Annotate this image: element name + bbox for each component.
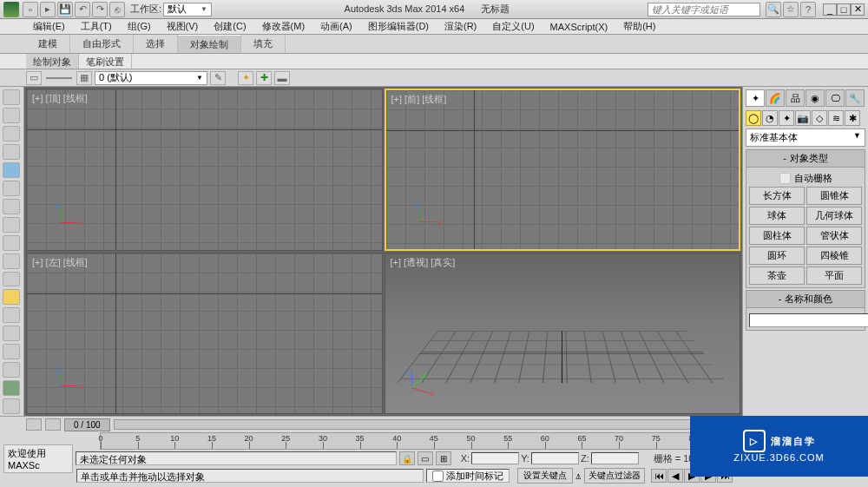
create-tab-icon[interactable]: ✦ bbox=[746, 89, 765, 107]
pick-icon[interactable]: ▭ bbox=[26, 71, 42, 85]
tool-icon[interactable] bbox=[3, 217, 20, 233]
cone-button[interactable]: 圆锥体 bbox=[806, 187, 862, 205]
object-type-rollout-header[interactable]: -对象类型 bbox=[746, 149, 865, 168]
geosphere-button[interactable]: 几何球体 bbox=[806, 207, 862, 225]
search-icon[interactable]: 🔍 bbox=[766, 2, 781, 17]
menu-customize[interactable]: 自定义(U) bbox=[485, 18, 541, 35]
help-icon[interactable]: ? bbox=[800, 2, 816, 17]
ribbon-tab-object-paint[interactable]: 对象绘制 bbox=[178, 35, 241, 53]
add-icon[interactable]: ✚ bbox=[256, 71, 272, 85]
box-button[interactable]: 长方体 bbox=[749, 187, 805, 205]
time-prev-icon[interactable] bbox=[26, 418, 42, 431]
tool-icon[interactable] bbox=[3, 380, 20, 396]
close-button[interactable]: ✕ bbox=[851, 3, 865, 16]
menu-graph[interactable]: 图形编辑器(D) bbox=[361, 18, 436, 35]
motion-tab-icon[interactable]: ◉ bbox=[806, 89, 825, 107]
hierarchy-tab-icon[interactable]: 品 bbox=[786, 89, 805, 107]
viewport-front[interactable]: [+] [前] [线框] xz bbox=[385, 89, 741, 251]
viewport-top[interactable]: [+] [顶] [线框] xz bbox=[26, 89, 383, 251]
tool-icon[interactable] bbox=[3, 253, 20, 269]
tool-icon[interactable] bbox=[3, 199, 20, 214]
systems-icon[interactable]: ✱ bbox=[845, 110, 860, 126]
maximize-button[interactable]: □ bbox=[837, 3, 851, 16]
shapes-icon[interactable]: ◔ bbox=[762, 110, 778, 126]
plane-button[interactable]: 平面 bbox=[806, 267, 862, 285]
brush-icon[interactable]: ✦ bbox=[238, 71, 253, 85]
redo-icon[interactable]: ↷ bbox=[92, 2, 108, 17]
time-tag-field[interactable]: 添加时间标记 bbox=[426, 469, 510, 483]
ribbon-tab-freeform[interactable]: 自由形式 bbox=[70, 35, 134, 53]
sphere-button[interactable]: 球体 bbox=[749, 207, 805, 225]
remove-icon[interactable]: ▬ bbox=[274, 71, 290, 85]
undo-icon[interactable]: ↶ bbox=[75, 2, 90, 17]
viewport-label[interactable]: [+] [顶] [线框] bbox=[32, 92, 88, 105]
help-search-input[interactable] bbox=[648, 3, 760, 16]
fill-icon[interactable]: ▦ bbox=[76, 71, 92, 85]
goto-start-icon[interactable]: ⏮ bbox=[651, 469, 667, 483]
x-input[interactable] bbox=[471, 452, 519, 464]
viewport-label[interactable]: [+] [左] [线框] bbox=[32, 256, 88, 269]
time-slider-handle[interactable]: 0 / 100 bbox=[64, 418, 110, 431]
tool-icon[interactable] bbox=[3, 326, 20, 341]
menu-tools[interactable]: 工具(T) bbox=[74, 18, 119, 35]
abs-icon[interactable]: ⊞ bbox=[436, 451, 451, 465]
sub-tab-paint-objects[interactable]: 绘制对象 bbox=[26, 54, 79, 69]
lights-icon[interactable]: ✦ bbox=[779, 110, 794, 126]
tool-icon[interactable] bbox=[3, 398, 20, 414]
ribbon-tab-populate[interactable]: 填充 bbox=[241, 35, 286, 53]
link-icon[interactable]: ⎋ bbox=[109, 2, 125, 17]
torus-button[interactable]: 圆环 bbox=[749, 247, 805, 265]
y-input[interactable] bbox=[531, 452, 579, 464]
tool-icon[interactable] bbox=[3, 162, 20, 178]
menu-edit[interactable]: 编辑(E) bbox=[26, 18, 72, 35]
keymode-icon[interactable]: ⍋ bbox=[575, 471, 582, 481]
edit-icon[interactable]: ✎ bbox=[210, 71, 226, 85]
tool-icon[interactable] bbox=[3, 235, 20, 251]
light-icon[interactable] bbox=[3, 289, 20, 305]
tool-icon[interactable] bbox=[3, 344, 20, 359]
modify-tab-icon[interactable]: 🌈 bbox=[766, 89, 785, 107]
menu-views[interactable]: 视图(V) bbox=[160, 18, 206, 35]
tool-icon[interactable] bbox=[3, 144, 20, 160]
menu-create[interactable]: 创建(C) bbox=[207, 18, 253, 35]
viewport-perspective[interactable]: [+] [透视] [真实] xyz bbox=[385, 253, 741, 415]
minimize-button[interactable]: _ bbox=[823, 3, 837, 16]
primitive-type-dropdown[interactable]: 标准基本体 ▼ bbox=[746, 128, 865, 147]
prev-frame-icon[interactable]: ◀ bbox=[667, 469, 683, 483]
menu-render[interactable]: 渲染(R) bbox=[437, 18, 483, 35]
tool-icon[interactable] bbox=[3, 181, 20, 196]
spacewarps-icon[interactable]: ≋ bbox=[828, 110, 844, 126]
menu-help[interactable]: 帮助(H) bbox=[616, 18, 662, 35]
utilities-tab-icon[interactable]: 🔧 bbox=[845, 89, 865, 107]
tool-icon[interactable] bbox=[3, 126, 20, 141]
menu-group[interactable]: 组(G) bbox=[121, 18, 158, 35]
sub-tab-brush-settings[interactable]: 笔刷设置 bbox=[79, 54, 132, 69]
selset-icon[interactable]: ▭ bbox=[418, 451, 433, 465]
workspace-dropdown[interactable]: 默认 ▼ bbox=[163, 3, 212, 16]
z-input[interactable] bbox=[591, 452, 639, 464]
name-color-rollout-header[interactable]: -名称和颜色 bbox=[746, 290, 865, 308]
menu-animation[interactable]: 动画(A) bbox=[313, 18, 359, 35]
viewport-left[interactable]: [+] [左] [线框] xz bbox=[26, 253, 383, 415]
display-tab-icon[interactable]: 🖵 bbox=[825, 89, 845, 107]
viewport-label[interactable]: [+] [透视] [真实] bbox=[391, 256, 456, 269]
open-icon[interactable]: ▸ bbox=[40, 2, 56, 17]
teapot-button[interactable]: 茶壶 bbox=[749, 267, 805, 285]
tool-icon[interactable] bbox=[3, 272, 20, 287]
cameras-icon[interactable]: 📷 bbox=[795, 110, 811, 126]
setkey-button[interactable]: 设置关键点 bbox=[517, 468, 573, 484]
star-icon[interactable]: ☆ bbox=[783, 2, 799, 17]
tool-icon[interactable] bbox=[3, 108, 20, 123]
pyramid-button[interactable]: 四棱锥 bbox=[806, 247, 862, 265]
cylinder-button[interactable]: 圆柱体 bbox=[749, 227, 805, 245]
time-next-icon[interactable] bbox=[45, 418, 61, 431]
object-name-input[interactable] bbox=[749, 313, 868, 327]
lock-icon[interactable]: 🔒 bbox=[399, 451, 415, 465]
helpers-icon[interactable]: ◇ bbox=[812, 110, 827, 126]
ribbon-tab-modeling[interactable]: 建模 bbox=[26, 35, 70, 53]
tool-icon[interactable] bbox=[3, 362, 20, 378]
ribbon-tab-select[interactable]: 选择 bbox=[134, 35, 178, 53]
geometry-icon[interactable]: ◯ bbox=[746, 110, 761, 126]
tube-button[interactable]: 管状体 bbox=[806, 227, 862, 245]
keyfilter-button[interactable]: 关键点过滤器 bbox=[584, 468, 645, 484]
